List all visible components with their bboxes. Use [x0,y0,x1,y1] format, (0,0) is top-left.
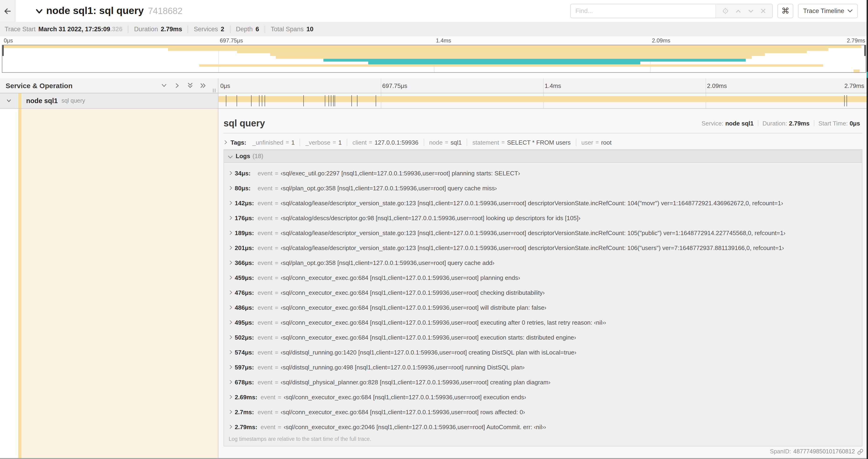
ruler-tick-label: 0μs [220,82,230,89]
log-marker-tick [259,95,259,106]
log-entry-row[interactable]: 597μs:event=‹sql/distsql_running.go:498 … [224,360,862,374]
span-detail-header: sql query Service:node sql1Duration:2.79… [223,116,864,130]
panel-resize-handle[interactable] [213,89,216,92]
find-suffix [715,4,772,18]
link-icon[interactable] [857,449,863,455]
tag-separator [347,138,347,146]
log-marker-tick [251,95,251,106]
overview-label: Duration: [763,120,787,127]
chevron-right-icon [228,350,232,354]
log-entry-row[interactable]: 574μs:event=‹sql/distsql_running.go:1420… [224,345,862,360]
minimap-left-handle[interactable] [2,45,4,56]
log-entry-row[interactable]: 476μs:event=‹sql/conn_executor_exec.go:6… [224,285,862,300]
tag-item: node=sql1 [429,139,462,146]
keyboard-shortcuts-button[interactable]: ⌘ [777,4,793,18]
trace-info-item: Trace StartMarch 31 2022, 17:25:09.326 [5,26,123,33]
equals-sign: = [275,229,278,236]
log-field-value: ‹sql/plan_opt.go:358 [nsql1,client=127.0… [281,259,494,266]
trace-info-item: Services2 [194,26,224,33]
locate-icon[interactable] [722,7,729,14]
span-row[interactable]: node sql1 sql query [0,93,868,108]
tag-separator [300,138,300,146]
log-entry-row[interactable]: 678μs:event=‹sql/distsql_physical_planne… [224,374,862,390]
equals-sign: = [275,304,278,311]
log-entry-row[interactable]: 366μs:event=‹sql/plan_opt.go:358 [nsql1,… [224,255,862,270]
log-marker-tick [331,95,332,106]
timeline-ruler: 0μs697.75μs1.4ms2.09ms2.79ms [218,78,868,93]
log-entry-row[interactable]: 502μs:event=‹sql/conn_executor_exec.go:6… [224,330,862,345]
log-marker-tick [325,95,325,106]
log-field-key: event [257,334,273,341]
equals-sign: = [275,185,278,192]
minimap-canvas[interactable] [2,45,866,73]
log-entry-row[interactable]: 486μs:event=‹sql/conn_executor_exec.go:6… [224,300,862,315]
equals-sign: = [275,259,278,266]
next-result-icon[interactable] [748,8,754,14]
expand-one-icon[interactable] [174,82,181,89]
collapse-trace-chevron-icon[interactable] [35,7,43,15]
log-entry-row[interactable]: 189μs:event=‹sql/catalog/lease/descripto… [224,225,862,240]
log-field-value: ‹sql/catalog/lease/descriptor_version_st… [281,229,785,236]
tags-row[interactable]: Tags:_unfinished=1_verbose=1client=127.0… [223,137,864,147]
span-detail-title: sql query [223,118,265,129]
equals-sign: = [275,379,278,386]
tag-separator [576,138,576,146]
log-field-value: ‹sql/catalog/lease/descriptor_version_st… [281,199,783,206]
collapse-one-icon[interactable] [160,82,167,89]
back-button[interactable] [0,0,16,22]
log-timestamp: 486μs: [235,304,254,311]
expand-all-icon[interactable] [200,82,207,89]
tag-key: user [582,139,593,146]
tag-key: _verbose [305,139,331,146]
log-field-key: event [257,289,273,296]
minimap-right-handle[interactable] [864,45,866,56]
trace-title: node sql1: sql query [46,5,144,17]
log-entry-row[interactable]: 142μs:event=‹sql/catalog/lease/descripto… [224,195,862,210]
find-group [570,4,773,18]
equals-sign: = [275,334,278,341]
log-marker-tick [262,95,262,106]
log-entry-row[interactable]: 2.79ms:event=‹sql/conn_executor_exec.go:… [224,419,862,434]
log-entry-row[interactable]: 80μs:event=‹sql/plan_opt.go:358 [nsql1,c… [224,181,862,195]
span-row-name-column[interactable]: node sql1 sql query [0,93,218,108]
minimap-span-bar [199,64,824,67]
chevron-right-icon [228,335,232,339]
log-field-value: ‹sql/conn_executor_exec.go:684 [nsql1,cl… [281,289,545,296]
span-duration-bar[interactable] [218,96,867,102]
chevron-right-icon [228,305,232,309]
log-field-value: ‹sql/conn_executor_exec.go:684 [nsql1,cl… [284,393,526,400]
clear-search-icon[interactable] [760,8,766,14]
log-field-key: event [257,214,273,221]
log-entry-row[interactable]: 2.7ms:event=‹sql/conn_executor_exec.go:6… [224,404,862,419]
prev-result-icon[interactable] [735,8,742,14]
logs-footer-note: Log timestamps are relative to the start… [224,434,862,446]
minimap-ruler-label: 0μs [4,37,13,44]
tag-value: root [601,139,612,146]
log-entry-row[interactable]: 201μs:event=‹sql/catalog/lease/descripto… [224,240,862,255]
timeline-header-row: Service & Operation 0μs697.75μs1.4ms2.09… [0,78,868,93]
logs-header[interactable]: Logs (18) [224,150,862,163]
log-entry-row[interactable]: 34μs:event=‹sql/exec_util.go:2297 [nsql1… [224,166,862,181]
collapse-all-icon[interactable] [187,82,194,89]
log-field-key: event [257,408,273,415]
span-collapse-chevron-icon[interactable] [6,98,12,104]
log-entry-row[interactable]: 495μs:event=‹sql/conn_executor_exec.go:6… [224,315,862,330]
info-label: Duration [134,26,158,33]
log-field-value: ‹sql/distsql_running.go:498 [nsql1,clien… [281,364,525,371]
log-field-value: ‹sql/conn_executor_exec.go:684 [nsql1,cl… [281,274,520,281]
log-entry-row[interactable]: 459μs:event=‹sql/conn_executor_exec.go:6… [224,270,862,285]
log-timestamp: 678μs: [235,379,254,386]
log-timestamp: 476μs: [235,289,254,296]
find-input[interactable] [571,4,715,18]
chevron-right-icon [228,186,232,190]
log-entry-row[interactable]: 176μs:event=‹sql/catalog/descs/descripto… [224,210,862,225]
log-timestamp: 142μs: [235,199,254,206]
log-entry-row[interactable]: 2.69ms:event=‹sql/conn_executor_exec.go:… [224,390,862,404]
view-selector-button[interactable]: Trace Timeline [798,4,858,18]
tag-item: client=127.0.0.1:59936 [352,139,418,146]
tag-key: statement [472,139,499,146]
equals-sign: = [278,393,281,400]
chevron-down-icon [228,154,232,158]
span-row-timeline[interactable] [218,93,868,108]
trace-minimap: 0μs697.75μs1.4ms2.09ms2.79ms [0,36,868,78]
